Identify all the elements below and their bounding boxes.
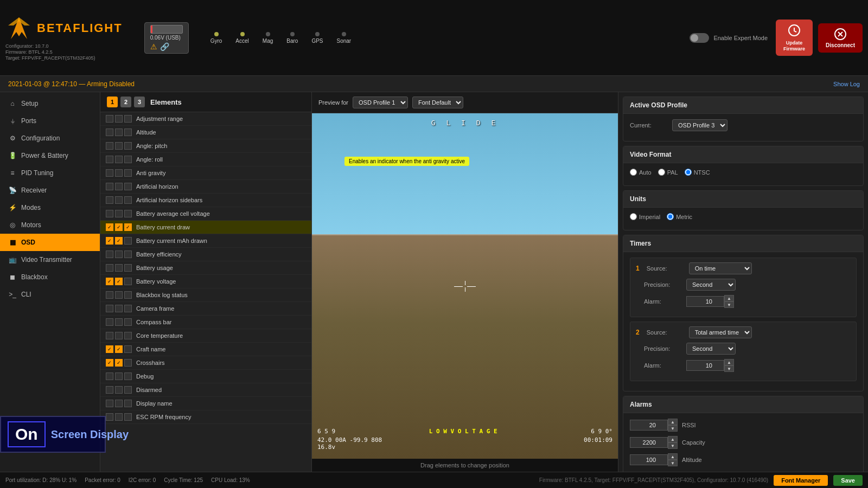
element-checkbox-1[interactable] (106, 156, 113, 163)
auto-radio[interactable] (630, 169, 637, 176)
element-checkbox-3[interactable] (124, 413, 132, 421)
element-checkbox-2[interactable]: ✓ (115, 359, 123, 367)
auto-radio-label[interactable]: Auto (630, 169, 652, 176)
element-checkbox-2[interactable] (115, 142, 123, 150)
element-checkbox-2[interactable] (115, 400, 123, 407)
rssi-alarm-up[interactable]: ▲ (668, 419, 678, 425)
timer2-alarm-up[interactable]: ▲ (724, 359, 734, 365)
capacity-alarm-up[interactable]: ▲ (668, 436, 678, 442)
element-checkbox-1[interactable] (106, 413, 113, 421)
font-manager-button[interactable]: Font Manager (774, 475, 828, 486)
font-select[interactable]: Font Default (412, 97, 463, 108)
altitude-alarm-input[interactable] (630, 454, 668, 465)
element-checkbox-2[interactable] (115, 332, 123, 339)
element-checkbox-1[interactable] (106, 251, 113, 258)
timer2-alarm-down[interactable]: ▼ (724, 365, 734, 372)
element-checkbox-1[interactable]: ✓ (106, 237, 113, 245)
profile-1-button[interactable]: 1 (107, 97, 118, 107)
altitude-alarm-down[interactable]: ▼ (668, 460, 678, 466)
element-checkbox-1[interactable] (106, 142, 113, 150)
element-checkbox-1[interactable] (106, 400, 113, 407)
element-checkbox-3[interactable] (124, 332, 132, 339)
element-checkbox-2[interactable] (115, 156, 123, 163)
nav-accel[interactable]: Accel (230, 29, 254, 47)
element-checkbox-3[interactable] (124, 373, 132, 380)
timer2-precision-select[interactable]: Second Hundredths Tenths (686, 343, 736, 355)
timer2-source-select[interactable]: On time Total armed time Last armed time (689, 326, 752, 338)
sidebar-item-motors[interactable]: ◎ Motors (0, 216, 100, 234)
timer2-alarm-input[interactable] (686, 360, 724, 371)
element-checkbox-3[interactable] (124, 237, 132, 245)
element-checkbox-3[interactable] (124, 196, 132, 204)
ntsc-radio[interactable] (685, 169, 692, 176)
timer1-alarm-up[interactable]: ▲ (724, 295, 734, 301)
timer1-precision-select[interactable]: Second Hundredths Tenths (686, 279, 736, 291)
pal-radio-label[interactable]: PAL (658, 169, 678, 176)
element-checkbox-1[interactable] (106, 305, 113, 312)
expert-mode-toggle[interactable] (690, 33, 709, 43)
metric-radio[interactable] (667, 213, 674, 220)
element-checkbox-3[interactable] (124, 278, 132, 285)
sidebar-item-blackbox[interactable]: ◼ Blackbox (0, 268, 100, 286)
show-log-button[interactable]: Show Log (833, 81, 860, 87)
element-checkbox-3[interactable] (124, 210, 132, 217)
timer1-alarm-down[interactable]: ▼ (724, 301, 734, 308)
element-checkbox-2[interactable]: ✓ (115, 278, 123, 285)
osd-profile-select[interactable]: OSD Profile 1 OSD Profile 2 OSD Profile … (353, 97, 408, 108)
element-checkbox-3[interactable] (124, 305, 132, 312)
element-checkbox-3[interactable] (124, 291, 132, 299)
element-checkbox-1[interactable] (106, 291, 113, 299)
sidebar-item-setup[interactable]: ⌂ Setup (0, 95, 100, 112)
rssi-alarm-input[interactable] (630, 420, 668, 431)
element-checkbox-2[interactable] (115, 413, 123, 421)
element-checkbox-2[interactable] (115, 373, 123, 380)
element-checkbox-3[interactable] (124, 400, 132, 407)
sidebar-item-pid-tuning[interactable]: ≡ PID Tuning (0, 164, 100, 182)
profile-3-button[interactable]: 3 (134, 97, 145, 107)
sidebar-item-video-transmitter[interactable]: 📺 Video Transmitter (0, 251, 100, 268)
nav-gps[interactable]: GPS (306, 29, 328, 47)
preview-canvas[interactable]: G L I D E Enables an indicator when the … (312, 113, 618, 459)
element-checkbox-3[interactable] (124, 183, 132, 190)
element-checkbox-3[interactable] (124, 156, 132, 163)
imperial-radio-label[interactable]: Imperial (630, 213, 660, 220)
element-checkbox-1[interactable]: ✓ (106, 345, 113, 353)
element-checkbox-2[interactable] (115, 264, 123, 272)
element-checkbox-1[interactable] (106, 115, 113, 123)
element-checkbox-2[interactable] (115, 196, 123, 204)
sidebar-item-modes[interactable]: ⚡ Modes (0, 199, 100, 216)
nav-gyro[interactable]: Gyro (205, 29, 228, 47)
rssi-alarm-down[interactable]: ▼ (668, 425, 678, 432)
current-profile-select[interactable]: OSD Profile 1 OSD Profile 2 OSD Profile … (672, 119, 727, 131)
disconnect-button[interactable]: Disconnect (818, 23, 863, 53)
element-checkbox-3[interactable] (124, 318, 132, 326)
sidebar-item-cli[interactable]: >_ CLI (0, 286, 100, 303)
imperial-radio[interactable] (630, 213, 637, 220)
element-checkbox-1[interactable]: ✓ (106, 278, 113, 285)
element-checkbox-3[interactable] (124, 359, 132, 367)
element-checkbox-3[interactable] (124, 251, 132, 258)
element-checkbox-2[interactable]: ✓ (115, 223, 123, 231)
element-checkbox-2[interactable] (115, 169, 123, 177)
element-checkbox-2[interactable] (115, 291, 123, 299)
ntsc-radio-label[interactable]: NTSC (685, 169, 710, 176)
element-checkbox-3[interactable] (124, 386, 132, 394)
metric-radio-label[interactable]: Metric (667, 213, 692, 220)
element-checkbox-1[interactable] (106, 129, 113, 136)
element-checkbox-3[interactable] (124, 345, 132, 353)
profile-2-button[interactable]: 2 (120, 97, 131, 107)
element-checkbox-1[interactable] (106, 318, 113, 326)
element-checkbox-3[interactable] (124, 115, 132, 123)
element-checkbox-1[interactable]: ✓ (106, 359, 113, 367)
element-checkbox-2[interactable] (115, 210, 123, 217)
element-checkbox-3[interactable] (124, 142, 132, 150)
element-checkbox-2[interactable]: ✓ (115, 237, 123, 245)
altitude-alarm-up[interactable]: ▲ (668, 453, 678, 460)
sidebar-item-osd[interactable]: ▦ OSD (0, 234, 100, 251)
element-checkbox-3[interactable] (124, 264, 132, 272)
element-checkbox-2[interactable] (115, 251, 123, 258)
sidebar-item-ports[interactable]: ⏚ Ports (0, 112, 100, 130)
element-checkbox-2[interactable]: ✓ (115, 345, 123, 353)
element-checkbox-1[interactable]: ✓ (106, 223, 113, 231)
nav-mag[interactable]: Mag (257, 29, 278, 47)
